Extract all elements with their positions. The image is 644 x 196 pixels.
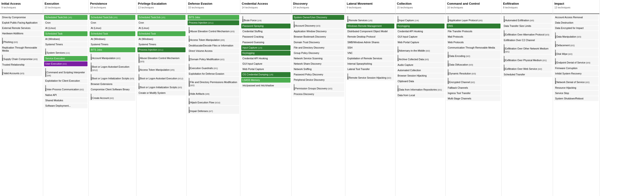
technique-item[interactable]: Network Share Discovery [292, 61, 344, 66]
technique-item[interactable]: Remote Service Session Hijacking (0/2) [346, 72, 394, 80]
technique-item[interactable]: Input Capture (1/4) [241, 45, 290, 50]
technique-item[interactable]: Data from Information Repositories (0/1) [396, 84, 444, 92]
technique-item[interactable]: Browser Bookmark Discovery [292, 34, 344, 39]
technique-item[interactable]: Direct Volume Access [188, 48, 239, 54]
technique-item[interactable]: Native API [44, 93, 88, 98]
technique-item[interactable]: Browser Session Hijacking [396, 73, 444, 78]
technique-item[interactable]: Firmware Corruption [554, 66, 598, 71]
technique-item[interactable]: Phishing (0/3) [1, 37, 42, 45]
technique-item[interactable]: Boot or Logon Initialization Scripts (0/… [90, 73, 135, 81]
technique-item[interactable]: Fallback Channels [446, 86, 500, 90]
technique-item[interactable]: Hide Artifacts (0/8) [188, 88, 239, 96]
technique-item[interactable]: System Shutdown/Reboot [554, 96, 598, 101]
technique-item[interactable]: Scheduled Task [44, 31, 88, 36]
technique-item[interactable]: Web Protocols [446, 40, 500, 45]
technique-item[interactable]: DNS [446, 24, 500, 28]
technique-item[interactable]: Impair Defenses (0/7) [188, 106, 239, 114]
technique-item[interactable]: Service Stop [554, 91, 598, 96]
technique-item[interactable]: Adversary-in-the-Middle (0/2) [396, 45, 444, 54]
technique-item[interactable]: Lateral Tool Transfer [346, 67, 394, 72]
technique-item[interactable]: File and Directory Discovery [292, 45, 344, 50]
technique-item[interactable]: LSASS Memory [241, 78, 290, 82]
technique-item[interactable]: Data Obfuscation (0/3) [446, 59, 500, 68]
technique-item[interactable]: System Owner/User Discovery [292, 15, 344, 20]
technique-item[interactable]: Data from Local [396, 93, 444, 98]
technique-item[interactable]: At (Windows) [44, 37, 88, 42]
technique-item[interactable]: Endpoint Denial of Service (0/4) [554, 57, 598, 65]
technique-item[interactable]: OS Credential Dumping (1/8) [241, 72, 290, 77]
technique-item[interactable]: VNC [346, 51, 394, 56]
technique-item[interactable]: Account Manipulation (0/2) [90, 53, 135, 61]
technique-item[interactable]: Scheduled Task/Job (3/5) [90, 15, 135, 20]
technique-item[interactable]: Remote Desktop Protocol [346, 34, 394, 39]
technique-item[interactable]: Exfiltration Over Alternative Protocol (… [502, 29, 552, 37]
technique-item[interactable]: Inter-Process Communication (0/2) [44, 84, 88, 92]
technique-item[interactable]: Domain Trust Discovery [292, 40, 344, 45]
technique-item[interactable]: Keylogging [396, 24, 444, 28]
technique-item[interactable]: Exfiltration Over C2 Channel [502, 38, 552, 43]
technique-item[interactable]: Hijack Execution Flow (0/10) [188, 97, 239, 105]
technique-item[interactable]: Internal Spearphishing [346, 61, 394, 66]
technique-item[interactable]: Application Layer Protocol (0/0) [446, 15, 500, 23]
technique-item[interactable]: Scheduled Task/Job (3/5) [138, 15, 186, 20]
technique-item[interactable]: Create or Modify System [138, 90, 186, 96]
technique-item[interactable]: GUI Input Capture [241, 61, 290, 66]
technique-item[interactable]: Inhibit System Recovery [554, 71, 598, 76]
technique-item[interactable]: Access Token Manipulation (0/5) [138, 64, 186, 72]
technique-item[interactable]: Execution Guardrails (0/1) [188, 62, 239, 71]
technique-item[interactable]: Scheduled Transfer [502, 72, 552, 77]
technique-item[interactable]: Password Guessing [241, 40, 290, 45]
technique-item[interactable]: Distributed Component Object Model [346, 29, 394, 34]
technique-item[interactable]: Account Access Removal [554, 15, 598, 20]
technique-item[interactable]: Cron [44, 20, 88, 25]
technique-item[interactable]: Application Window Discovery [292, 29, 344, 34]
technique-item[interactable]: Network Service Scanning [292, 56, 344, 61]
technique-item[interactable]: Service Execution [44, 56, 88, 61]
technique-item[interactable]: System Services (1/1) [44, 47, 88, 56]
technique-item[interactable]: Communication Through Removable Media [446, 45, 500, 50]
technique-item[interactable]: Supply Chain Compromise (0/3) [1, 54, 42, 62]
technique-item[interactable]: Automated Collection [396, 68, 444, 73]
technique-item[interactable]: Remote Services (1/6) [346, 15, 394, 23]
technique-item[interactable]: Domain Policy Modification (0/2) [188, 54, 239, 62]
technique-item[interactable]: Software Deployment... [44, 103, 88, 108]
technique-item[interactable]: External Remote Services [1, 26, 42, 30]
technique-item[interactable]: Create Account (0/2) [90, 92, 135, 100]
technique-item[interactable]: At (Windows) [138, 37, 186, 42]
technique-item[interactable]: Mail Protocols [446, 34, 500, 39]
technique-item[interactable]: Abuse Elevation Control Mechanism (0/3) [138, 53, 186, 64]
technique-item[interactable]: Command and Scripting Interpreter (0/6) [44, 67, 88, 78]
technique-item[interactable]: At (Linux) [138, 26, 186, 30]
technique-item[interactable]: At (Windows) [90, 37, 135, 42]
technique-item[interactable]: Data Transfer Size Limits [502, 24, 552, 28]
technique-item[interactable]: GUI Input Capture [396, 34, 444, 39]
technique-item[interactable]: Exfiltration Over Web Service (0/2) [502, 64, 552, 72]
technique-item[interactable]: Archive Collected Data (0/3) [396, 54, 444, 62]
technique-item[interactable]: Data Encoding (0/2) [446, 51, 500, 59]
technique-item[interactable]: Boot or Logon Initialization Scripts (0/… [138, 82, 186, 90]
technique-item[interactable]: /etc/passwd and /etc/shadow [241, 83, 290, 88]
technique-item[interactable]: Compromise Client Software Binary [90, 87, 135, 92]
technique-item[interactable]: Exfiltration Over Physical Medium (0/1) [502, 54, 552, 63]
technique-item[interactable]: Exploitation for Defense Evasion [188, 72, 239, 76]
technique-item[interactable]: Input Capture (1/4) [396, 15, 444, 23]
technique-item[interactable]: Credential Stuffing [241, 29, 290, 34]
technique-item[interactable]: Trusted Relationship [1, 62, 42, 67]
technique-item[interactable]: Scheduled Task [138, 31, 186, 36]
technique-item[interactable]: Scheduled Task [90, 31, 135, 36]
technique-item[interactable]: Resource Hijacking [554, 86, 598, 90]
technique-item[interactable]: Data Manipulation (0/3) [554, 31, 598, 39]
technique-item[interactable]: Password Spraying [241, 24, 290, 28]
technique-item[interactable]: Brute Force (1/4) [241, 15, 290, 23]
technique-item[interactable]: Exfiltration Over Other Network Medium (… [502, 43, 552, 54]
technique-item[interactable]: Exploitation of Remote Services [346, 56, 394, 61]
technique-item[interactable]: Disk Wipe (0/2) [554, 48, 598, 57]
technique-item[interactable]: Scheduled Task/Job (3/5) [44, 15, 88, 20]
technique-item[interactable]: Hardware Additions [1, 31, 42, 36]
technique-item[interactable]: Process Injection (0/11) [138, 47, 186, 52]
technique-item[interactable]: SMB/Windows Admin Shares [346, 40, 394, 45]
technique-item[interactable]: Exploitation for Client Execution [44, 78, 88, 83]
technique-item[interactable]: Web Portal Capture [396, 40, 444, 45]
technique-item[interactable]: Automated Exfiltration (0/0) [502, 15, 552, 23]
technique-item[interactable]: Credential API Hooking [241, 56, 290, 61]
